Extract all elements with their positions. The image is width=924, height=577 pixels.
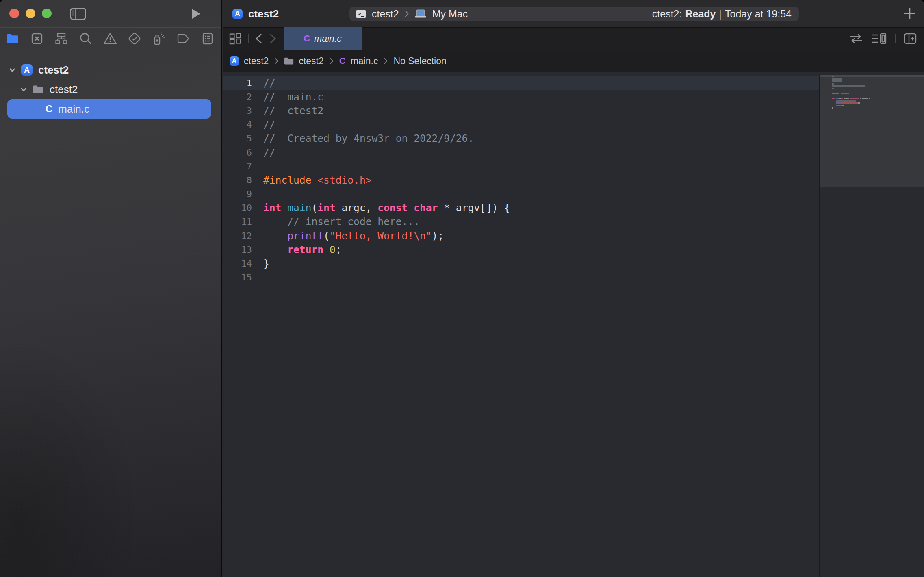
status-project: ctest2: [652, 8, 682, 20]
code-line-10[interactable]: 10int main(int argc, const char * argv[]… [223, 201, 819, 215]
code-text: // Created by 4nsw3r on 2022/9/26. [263, 132, 474, 144]
minimap-line-bar [862, 98, 868, 99]
my-mac-icon [414, 9, 427, 18]
tab-bar: C main.c [223, 28, 924, 50]
line-number: 11 [223, 217, 252, 227]
source-control-navigator-icon[interactable] [30, 32, 44, 46]
minimize-window-button[interactable] [26, 9, 35, 18]
line-number: 5 [223, 133, 252, 143]
tree-row-label: ctest2 [38, 64, 69, 76]
minimap-line-bar [841, 98, 844, 99]
line-number: 7 [223, 161, 252, 171]
minimap-line-bar [850, 98, 854, 99]
code-text: printf("Hello, World!\n"); [263, 230, 444, 242]
zoom-window-button[interactable] [42, 9, 52, 18]
find-navigator-icon[interactable] [79, 32, 93, 46]
minimap-line-bar [832, 76, 834, 77]
chevron-right-icon [405, 10, 409, 17]
tab-main-c[interactable]: C main.c [284, 27, 362, 50]
add-editor-icon[interactable] [904, 33, 917, 44]
breadcrumb-label: ctest2 [244, 56, 269, 67]
c-file-icon: C [46, 103, 52, 115]
toggle-navigator-icon[interactable] [70, 8, 86, 20]
test-navigator-icon[interactable] [128, 32, 141, 46]
line-number: 4 [223, 119, 252, 130]
breadcrumb-item[interactable]: ctest2 [284, 56, 323, 67]
code-text: // ctest2 [263, 105, 323, 117]
symbol-navigator-icon[interactable] [54, 32, 68, 46]
disclosure-chevron-icon[interactable] [20, 87, 27, 91]
code-line-4[interactable]: 4// [223, 118, 819, 132]
debug-navigator-icon[interactable] [152, 32, 166, 46]
code-line-11[interactable]: 11 // insert code here... [223, 215, 819, 229]
navigator-bar [0, 28, 221, 50]
minimap-line-bar [869, 98, 870, 99]
folder-icon [284, 57, 294, 65]
minimap-line-bar [836, 105, 842, 106]
disclosure-chevron-icon[interactable] [9, 68, 15, 72]
minimap-line-bar [836, 98, 839, 99]
minimap-line-bar [832, 80, 842, 82]
code-line-14[interactable]: 14} [223, 256, 819, 270]
line-number: 8 [223, 175, 252, 185]
run-button[interactable] [192, 9, 201, 19]
go-forward-button[interactable] [269, 33, 276, 44]
minimap-line-bar [843, 105, 844, 106]
scheme-selector[interactable]: >_ ctest2 My Mac [356, 8, 468, 20]
tree-row-main.c[interactable]: Cmain.c [7, 99, 211, 119]
breadcrumb-item[interactable]: Actest2 [230, 56, 269, 67]
breadcrumb-item[interactable]: No Selection [393, 56, 446, 67]
code-line-15[interactable]: 15 [223, 271, 819, 284]
line-number: 12 [223, 231, 252, 241]
line-number: 15 [223, 272, 252, 282]
code-line-12[interactable]: 12 printf("Hello, World!\n"); [223, 229, 819, 243]
code-line-9[interactable]: 9 [223, 187, 819, 201]
code-review-icon[interactable] [849, 33, 863, 44]
destination-name[interactable]: My Mac [432, 8, 468, 20]
minimap-line-bar [832, 98, 835, 99]
code-line-5[interactable]: 5// Created by 4nsw3r on 2022/9/26. [223, 132, 819, 145]
tree-row-ctest2[interactable]: Actest2 [7, 60, 211, 80]
jump-bar: Actest2ctest2Cmain.cNo Selection [223, 50, 924, 72]
close-window-button[interactable] [9, 9, 19, 18]
tree-row-ctest2[interactable]: ctest2 [7, 80, 211, 99]
minimap-line-bar [844, 98, 849, 99]
navigator-sidebar: Actest2ctest2Cmain.c [0, 0, 222, 577]
breadcrumb-label: No Selection [393, 56, 446, 67]
minimap-line-bar [836, 100, 856, 102]
code-line-8[interactable]: 8#include <stdio.h> [223, 173, 819, 187]
line-number: 3 [223, 106, 252, 116]
minimap[interactable] [819, 75, 924, 577]
code-line-3[interactable]: 3// ctest2 [223, 104, 819, 117]
code-line-1[interactable]: 1// [223, 76, 819, 90]
library-add-button[interactable] [904, 7, 916, 20]
code-line-13[interactable]: 13 return 0; [223, 243, 819, 256]
minimap-line-bar [858, 102, 860, 104]
project-tree: Actest2ctest2Cmain.c [0, 50, 221, 119]
code-editor[interactable]: 1//2// main.c3// ctest24//5// Created by… [223, 75, 819, 577]
project-navigator-icon[interactable] [6, 32, 20, 46]
code-text: int main(int argc, const char * argv[]) … [263, 202, 510, 214]
breakpoint-navigator-icon[interactable] [176, 32, 190, 46]
status-time: Today at 19:54 [725, 8, 792, 20]
folder-icon [33, 85, 44, 94]
breadcrumb-label: ctest2 [299, 56, 323, 67]
issue-navigator-icon[interactable] [103, 32, 117, 46]
editor-options-icon[interactable] [871, 33, 887, 44]
code-line-6[interactable]: 6// [223, 145, 819, 159]
breadcrumb-label: main.c [351, 56, 378, 67]
line-number: 6 [223, 148, 252, 158]
scheme-name[interactable]: ctest2 [372, 8, 399, 20]
project-file-icon: A [230, 56, 239, 66]
go-back-button[interactable] [255, 33, 262, 44]
code-line-7[interactable]: 7 [223, 159, 819, 173]
window-title: ctest2 [248, 8, 279, 20]
tree-row-label: ctest2 [50, 83, 78, 96]
c-file-icon: C [304, 33, 310, 44]
tab-overview-icon[interactable] [229, 33, 241, 45]
code-text: // [263, 77, 275, 89]
scheme-status-pill: >_ ctest2 My Mac ctest2: Ready | Today a… [349, 7, 799, 21]
breadcrumb-item[interactable]: Cmain.c [339, 56, 378, 67]
code-line-2[interactable]: 2// main.c [223, 90, 819, 104]
report-navigator-icon[interactable] [201, 32, 215, 46]
